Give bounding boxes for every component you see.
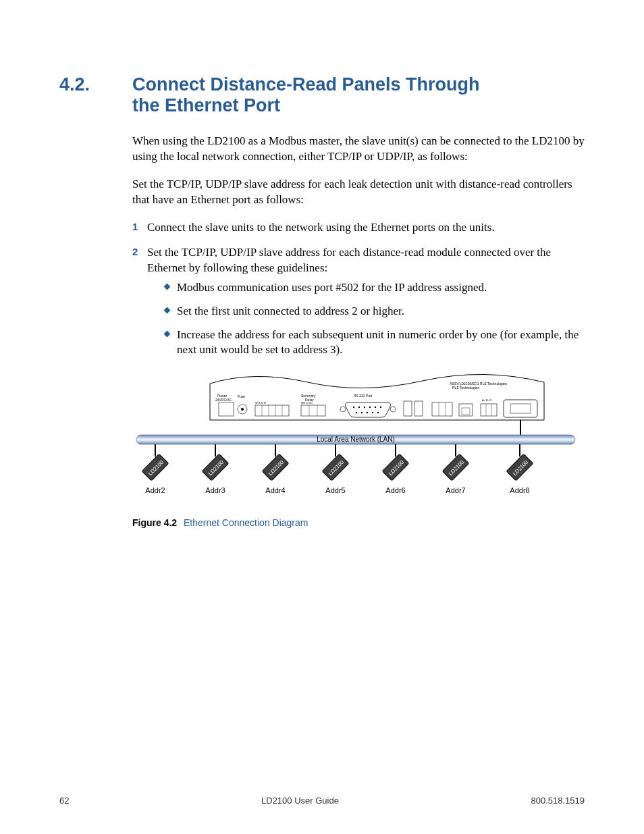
svg-point-19 [361, 412, 363, 413]
section-title: Connect Distance-Read Panels Through the… [132, 74, 510, 116]
svg-rect-32 [510, 404, 531, 413]
device-panel: ASSY/LD2100/EO1 RLE Technologies RLE Tec… [210, 375, 544, 421]
svg-point-2 [241, 408, 244, 411]
svg-rect-25 [414, 401, 423, 416]
svg-rect-26 [432, 402, 452, 416]
step-2-text: Set the TCP/IP, UDP/IP slave address for… [147, 246, 551, 274]
svg-rect-33 [481, 404, 497, 416]
svg-rect-30 [462, 408, 470, 415]
body-text: When using the LD2100 as a Modbus master… [132, 134, 585, 358]
node-6: LD2100 Addr8 [506, 444, 533, 494]
svg-point-12 [353, 407, 354, 408]
svg-point-22 [377, 412, 379, 413]
svg-point-23 [390, 407, 396, 412]
step-2: Set the TCP/IP, UDP/IP slave address for… [132, 245, 585, 359]
ethernet-diagram: ASSY/LD2100/EO1 RLE Technologies RLE Tec… [132, 367, 585, 509]
node-5: LD2100 Addr7 [442, 444, 469, 494]
section-number: 4.2. [59, 74, 132, 116]
svg-point-14 [364, 407, 365, 408]
page-number: 62 [59, 796, 69, 806]
svg-point-13 [358, 407, 360, 408]
svg-point-20 [367, 412, 368, 413]
power-volt: 24VDC/AC [215, 398, 232, 402]
svg-rect-0 [219, 402, 234, 416]
lan-label: Local Area Network (LAN) [317, 436, 395, 443]
footer-center: LD2100 User Guide [261, 796, 339, 806]
svg-point-15 [369, 407, 371, 408]
step-1: Connect the slave units to the network u… [132, 220, 585, 236]
svg-point-21 [372, 412, 373, 413]
node-1: LD2100 Addr3 [202, 444, 229, 494]
addr-5: Addr7 [446, 486, 465, 494]
fuse-label: Fuse [238, 394, 245, 398]
figure-caption: Figure 4.2 Ethernet Connection Diagram [132, 517, 585, 528]
addr-3: Addr5 [325, 486, 345, 494]
svg-point-16 [375, 407, 376, 408]
node-3: LD2100 Addr5 [322, 444, 349, 494]
addr-4: Addr6 [385, 486, 405, 494]
bullet-3: Increase the address for each subsequent… [162, 328, 585, 359]
addr-2: Addr4 [265, 486, 285, 494]
svg-point-17 [380, 407, 381, 408]
bullet-list: Modbus communication uses port #502 for … [162, 280, 585, 359]
intro-paragraph-2: Set the TCP/IP, UDP/IP slave address for… [132, 177, 585, 208]
figure: ASSY/LD2100/EO1 RLE Technologies RLE Tec… [132, 367, 585, 528]
bullet-2: Set the first unit connected to address … [162, 304, 585, 319]
svg-rect-3 [255, 405, 289, 416]
figure-label: Figure 4.2 [132, 517, 177, 528]
addr-0: Addr2 [145, 486, 165, 494]
nodes: LD2100 Addr2 LD2100 Addr3 LD [142, 444, 533, 494]
section-heading: 4.2. Connect Distance-Read Panels Throug… [59, 74, 585, 116]
rs232-label: RS 232 Port [354, 394, 373, 398]
addr-6: Addr8 [510, 486, 529, 494]
relay-pins: NO C NC [301, 401, 313, 405]
svg-rect-24 [404, 401, 412, 416]
svg-point-18 [356, 412, 357, 413]
rj-pins: A+ B- G [482, 398, 491, 402]
intro-paragraph-1: When using the LD2100 as a Modbus master… [132, 134, 585, 165]
bullet-1: Modbus communication uses port #502 for … [162, 280, 585, 296]
terminal-pins: W B G R [255, 401, 266, 405]
node-4: LD2100 Addr6 [382, 444, 409, 494]
footer-right: 800.518.1519 [531, 796, 585, 806]
addr-1: Addr3 [205, 486, 225, 494]
figure-title: Ethernet Connection Diagram [184, 517, 308, 528]
svg-point-11 [340, 407, 346, 412]
lan-bar: Local Area Network (LAN) [136, 435, 575, 444]
node-2: LD2100 Addr4 [262, 444, 289, 494]
node-0: LD2100 Addr2 [142, 444, 169, 494]
page-footer: 62 LD2100 User Guide 800.518.1519 [59, 796, 585, 806]
svg-rect-8 [301, 405, 325, 416]
numbered-steps: Connect the slave units to the network u… [132, 220, 585, 359]
assy-sub: RLE Technologies [452, 386, 480, 390]
